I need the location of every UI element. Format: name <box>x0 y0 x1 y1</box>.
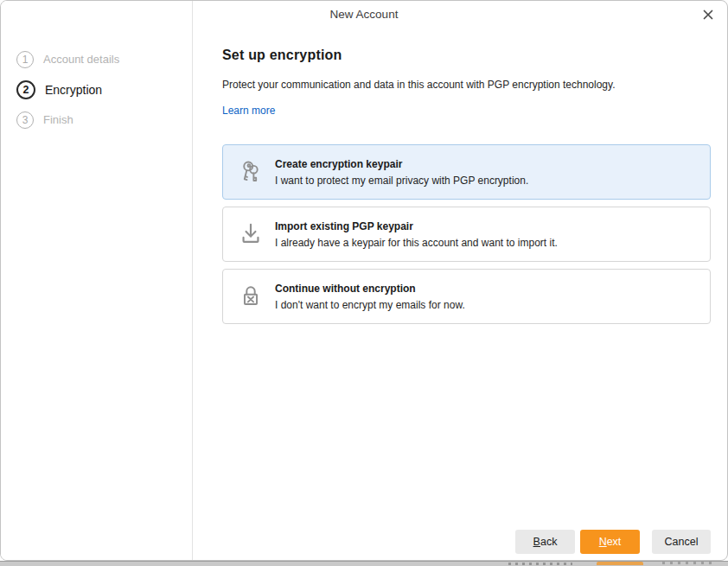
option-title: Create encryption keypair <box>275 158 528 170</box>
step-label: Finish <box>43 113 73 126</box>
option-description: I want to protect my email privacy with … <box>275 175 528 187</box>
next-button[interactable]: Next <box>580 530 640 554</box>
option-description: I don't want to encrypt my emails for no… <box>275 299 465 311</box>
step-finish[interactable]: 3 Finish <box>1 105 192 135</box>
step-number-badge: 1 <box>16 51 34 68</box>
step-label: Encryption <box>45 83 102 97</box>
option-texts: Import existing PGP keypair I already ha… <box>275 220 558 249</box>
page-description: Protect your communication and data in t… <box>222 79 708 91</box>
background-button-fragment <box>508 563 572 565</box>
option-no-encryption[interactable]: Continue without encryption I don't want… <box>222 269 711 324</box>
option-import-keypair[interactable]: Import existing PGP keypair I already ha… <box>222 207 711 262</box>
option-texts: Continue without encryption I don't want… <box>275 283 465 311</box>
background-next-button-fragment <box>597 562 643 565</box>
page-title: Set up encryption <box>222 48 708 63</box>
dialog-footer: Back Next Cancel <box>515 530 711 554</box>
screen: New Account 1 Account details 2 Encrypti… <box>0 0 728 566</box>
background-button-fragment <box>662 562 716 564</box>
option-texts: Create encryption keypair I want to prot… <box>275 158 528 187</box>
learn-more-link[interactable]: Learn more <box>222 105 275 117</box>
option-title: Import existing PGP keypair <box>275 220 558 232</box>
option-title: Continue without encryption <box>275 283 465 295</box>
main-content: Set up encryption Protect your communica… <box>193 27 727 560</box>
new-account-dialog: New Account 1 Account details 2 Encrypti… <box>0 0 728 561</box>
step-number-badge: 2 <box>16 80 35 99</box>
keys-icon <box>237 159 265 185</box>
wizard-steps-sidebar: 1 Account details 2 Encryption 3 Finish <box>1 1 193 560</box>
option-description: I already have a keypair for this accoun… <box>275 237 558 249</box>
step-label: Account details <box>43 53 119 66</box>
step-number-badge: 3 <box>16 111 34 129</box>
dialog-titlebar: New Account <box>1 1 727 27</box>
step-account-details[interactable]: 1 Account details <box>1 44 192 74</box>
dialog-title: New Account <box>1 8 727 21</box>
lock-x-icon <box>237 283 265 309</box>
encryption-options-list: Create encryption keypair I want to prot… <box>222 144 708 324</box>
close-icon <box>703 10 713 20</box>
option-create-keypair[interactable]: Create encryption keypair I want to prot… <box>222 144 711 200</box>
cancel-button[interactable]: Cancel <box>652 530 711 554</box>
import-download-icon <box>237 221 265 247</box>
step-encryption[interactable]: 2 Encryption <box>1 74 192 105</box>
back-button[interactable]: Back <box>515 530 575 554</box>
close-button[interactable] <box>700 7 716 22</box>
